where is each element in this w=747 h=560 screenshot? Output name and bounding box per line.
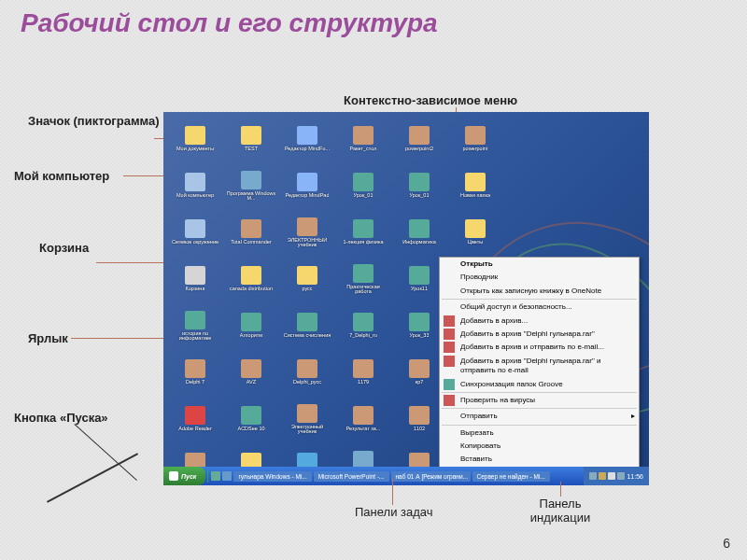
context-menu[interactable]: ОткрытьПроводникОткрыть как записную кни… xyxy=(439,257,640,485)
desktop-icon[interactable]: Adobe Reader xyxy=(168,397,222,441)
desktop-icon[interactable]: Результат за... xyxy=(336,397,390,441)
desktop-icon[interactable]: Система счисления xyxy=(280,303,334,348)
label-mycomputer: Мой компьютер xyxy=(14,169,109,183)
menu-icon xyxy=(444,315,455,327)
menu-item[interactable]: Открыть как записную книжку в OneNote xyxy=(440,285,639,298)
start-label: Пуск xyxy=(181,473,196,480)
desktop-icon[interactable]: Total Commander xyxy=(224,210,278,255)
menu-item[interactable]: Добавить в архив и отправить по e-mail..… xyxy=(440,341,639,354)
menu-item[interactable]: Добавить в архив "Delphi гульнара.rar" и… xyxy=(440,355,639,378)
menu-icon xyxy=(444,329,455,340)
desktop-icon[interactable]: 1-лекция физика xyxy=(336,210,390,255)
desktop-icon[interactable]: 1179 xyxy=(336,350,390,395)
system-tray: 11:56 xyxy=(584,467,649,485)
desktop-icon[interactable]: TEST xyxy=(224,117,278,161)
tray-icon[interactable] xyxy=(599,472,606,480)
desktop-icon[interactable]: Delphi_русс xyxy=(280,350,334,395)
slide-title: Рабочий стол и его структура xyxy=(0,0,747,48)
menu-item[interactable]: Вставить xyxy=(440,453,639,466)
desktop-icon[interactable] xyxy=(504,117,558,161)
taskbar-app-button[interactable]: наб 01 А [Режим ограни... xyxy=(391,471,471,482)
menu-item[interactable]: Проводник xyxy=(440,271,639,284)
menu-icon xyxy=(444,379,455,390)
desktop-icon[interactable]: powerpoint xyxy=(448,117,502,161)
desktop-icon[interactable] xyxy=(504,210,558,255)
menu-icon xyxy=(444,356,455,367)
menu-item[interactable]: Копировать xyxy=(440,440,639,453)
label-icon: Значок (пиктограмма) xyxy=(28,114,160,128)
pointer-line-v xyxy=(560,482,561,497)
desktop-icon[interactable]: canada distribution xyxy=(224,257,278,301)
label-context: Контекстно-зависимое меню xyxy=(344,93,517,107)
menu-separator xyxy=(442,299,637,300)
menu-item[interactable]: Проверить на вирусы xyxy=(440,394,639,407)
menu-icon xyxy=(444,395,455,406)
desktop-icon[interactable]: Редактор MindFu... xyxy=(280,117,334,161)
menu-separator xyxy=(442,408,637,409)
desktop-icon[interactable]: ЭЛЕКТРОННЫЙ учебник xyxy=(280,210,334,255)
tray-icon[interactable] xyxy=(608,472,615,480)
quicklaunch-icon[interactable] xyxy=(222,471,232,481)
desktop-icon[interactable]: Урок_01 xyxy=(392,163,446,208)
label-taskbar: Панели задач xyxy=(355,505,433,519)
menu-separator xyxy=(442,392,637,393)
label-shortcut: Ярлык xyxy=(28,331,70,345)
desktop-icon[interactable]: Новая папка xyxy=(448,163,502,208)
taskbar-app-button[interactable]: Microsoft PowerPoint -... xyxy=(314,471,389,482)
desktop-icon[interactable]: Цветы xyxy=(448,210,502,255)
desktop-icon[interactable]: ACDSee 10 xyxy=(224,397,278,441)
label-start: Кнопка «Пуска» xyxy=(14,411,108,425)
divider xyxy=(207,469,208,483)
desktop-icon[interactable]: Delphi 7 xyxy=(168,350,222,395)
desktop-icon[interactable]: русс xyxy=(280,257,334,301)
desktop-icon[interactable]: Мои документы xyxy=(168,117,222,161)
clock: 11:56 xyxy=(627,473,643,480)
taskbar-app-button[interactable]: гульнара Windows - Mi... xyxy=(233,471,311,482)
desktop-icon[interactable]: Практическая работа xyxy=(336,257,390,301)
label-recycle: Корзина xyxy=(39,241,89,255)
menu-item[interactable]: Отправить▸ xyxy=(440,410,639,423)
desktop-icon[interactable]: Корзина xyxy=(168,257,222,301)
desktop-icon[interactable]: AVZ xyxy=(224,350,278,395)
submenu-arrow-icon: ▸ xyxy=(631,412,635,421)
desktop-icon[interactable]: Урок_01 xyxy=(336,163,390,208)
desktop-icon[interactable]: Информатика xyxy=(392,210,446,255)
menu-item[interactable]: Открыть xyxy=(440,258,639,271)
menu-item[interactable]: Общий доступ и безопасность... xyxy=(440,301,639,314)
taskbar: Пуск гульнара Windows - Mi...Microsoft P… xyxy=(163,467,649,485)
pointer-line-v xyxy=(392,479,393,505)
menu-item[interactable]: Вырезать xyxy=(440,427,639,440)
label-tray: Панель индикации xyxy=(528,497,593,525)
tray-icon[interactable] xyxy=(589,472,597,480)
desktop-icon[interactable]: powerpoint2 xyxy=(392,117,446,161)
desktop-icon[interactable]: Программа Windows M... xyxy=(224,163,278,208)
page-number: 6 xyxy=(723,536,730,551)
tray-icon[interactable] xyxy=(617,472,625,480)
menu-item[interactable]: Синхронизация папок Groove xyxy=(440,378,639,391)
desktop-icon[interactable]: Электронный учебник xyxy=(280,397,334,441)
desktop-screenshot: Windows Professional Мои документыTESTРе… xyxy=(163,112,649,485)
desktop-icon[interactable]: Алгоритм xyxy=(224,303,278,348)
desktop-icon[interactable]: Сетевое окружение xyxy=(168,210,222,255)
quicklaunch-icon[interactable] xyxy=(211,471,220,481)
desktop-icon[interactable] xyxy=(504,163,558,208)
menu-icon xyxy=(444,342,455,353)
desktop-icon[interactable]: 7_Delphi_ru xyxy=(336,303,390,348)
desktop-icon[interactable]: Редактор MindPad xyxy=(280,163,334,208)
menu-item[interactable]: Добавить в архив "Delphi гульнара.rar" xyxy=(440,328,639,341)
start-button[interactable]: Пуск xyxy=(163,467,205,485)
desktop-icon[interactable]: Ракет_стол xyxy=(336,117,390,161)
taskbar-app-button[interactable]: Сервер не найден - Mi... xyxy=(472,471,550,482)
start-flag-icon xyxy=(169,471,178,481)
desktop-icon[interactable]: Мой компьютер xyxy=(168,163,222,208)
desktop-icon[interactable]: история по информатике xyxy=(168,303,222,348)
menu-separator xyxy=(442,425,637,426)
menu-item[interactable]: Добавить в архив... xyxy=(440,315,639,328)
